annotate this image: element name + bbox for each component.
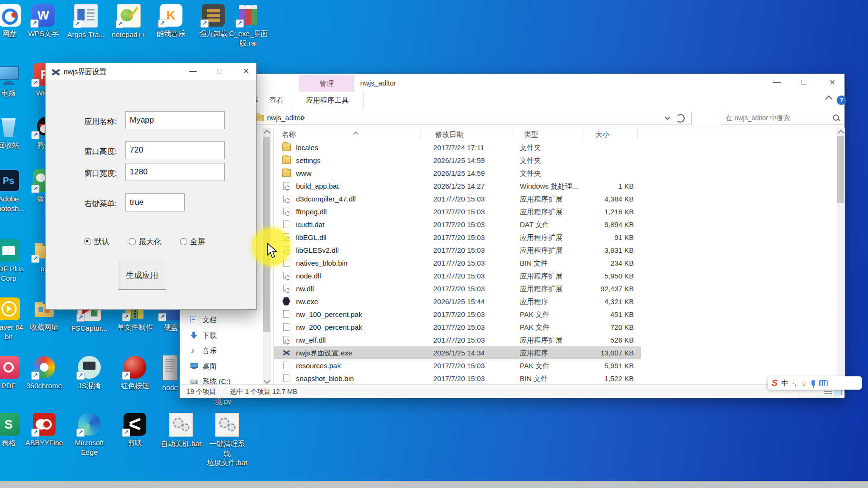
window-width-field[interactable]: 1280 [125,163,225,181]
desktop-icon-capcut[interactable]: ↗剪映 [114,413,156,448]
context-menu-label: 右键菜单: [69,199,117,209]
desktop-icon-kuwo-music[interactable]: K↗酷我音乐 [150,4,192,38]
ime-punctuation-icon[interactable]: ·, [792,379,797,387]
context-menu-field[interactable]: true [125,193,185,211]
desktop-icon-notepadpp[interactable]: ↗notepad++ [108,4,150,39]
file-date: 2026/1/25 14:59 [433,154,514,167]
sort-ascending-icon [353,131,358,136]
file-row-4[interactable]: d3dcompiler_47.dll2017/7/20 15:03应用程序扩展4… [274,192,641,205]
hidden-desktop-icon-label: 境.py [215,397,231,406]
desktop-icon-label: 单文件制作 [114,323,156,332]
shortcut-arrow-icon: ↗ [31,255,39,263]
dialog-titlebar[interactable]: nwjs界面设置 — □ × [46,63,256,80]
radio-fullscreen[interactable] [180,238,187,245]
ime-keyboard-icon[interactable] [819,380,828,386]
file-row-3[interactable]: build_app.bat2026/1/25 14:27Windows 批处理.… [274,180,641,192]
file-row-8[interactable]: libGLESv2.dll2017/7/20 15:03应用程序扩展3,831 … [274,244,641,257]
desktop-icon-argos[interactable]: ↗Argos-Tra... [65,4,107,39]
file-row-5[interactable]: ffmpeg.dll2017/7/20 15:03应用程序扩展1,216 KB [274,205,641,218]
refresh-icon[interactable] [676,114,685,123]
file-row-1[interactable]: settings2026/1/25 14:59文件夹 [274,154,641,167]
kuwo-music-icon: K↗ [160,4,182,27]
desktop-icon-label: FSCaptur... [68,324,110,333]
tab-view[interactable]: 查看 [269,92,284,109]
file-row-selected[interactable]: nwjs界面设置.exe2026/1/25 14:34应用程序13,007 KB [274,346,641,359]
shortcut-arrow-icon: ↗ [200,19,209,28]
ime-toolbar[interactable]: S 中 ·, ☺ [768,376,862,390]
folder-icon [282,144,291,151]
column-header-date[interactable]: 修改日期 [435,130,464,139]
file-name: d3dcompiler_47.dll [296,192,424,205]
help-icon[interactable]: ? [837,96,846,105]
file-size: 92,437 KB [559,282,634,295]
dialog-minimize-button[interactable]: — [183,63,202,80]
tab-application-tools[interactable]: 应用程序工具 [291,92,364,109]
nav-item-downloads[interactable]: 下载 [191,329,217,342]
file-date: 2017/7/20 15:03 [433,282,514,295]
column-header-name[interactable]: 名称 [282,130,296,139]
desktop-icon-bat-gears[interactable]: 一键清理系统垃圾文件.bat [206,413,248,468]
file-row-2[interactable]: www2026/1/25 14:59文件夹 [274,167,641,180]
file-size [559,154,634,167]
file-row-10[interactable]: node.dll2017/7/20 15:03应用程序扩展5,950 KB [274,269,641,282]
search-box[interactable]: 在 nwjs_aditor 中搜索 [721,111,844,125]
column-header-size[interactable]: 大小 [595,130,610,139]
sogou-logo-icon[interactable]: S [772,378,778,388]
taskbar-sliver[interactable] [0,481,868,488]
file-row-9[interactable]: natives_blob.bin2017/7/20 15:03BIN 文件234… [274,257,641,269]
file-row-13[interactable]: nw_100_percent.pak2017/7/20 15:03PAK 文件4… [274,308,641,321]
nav-item-desktop[interactable]: 桌面 [191,360,217,373]
desktop-icon-chrome-360[interactable]: ↗360chrome [23,356,65,391]
file-name: nw_100_percent.pak [296,308,424,321]
address-bar[interactable]: nwjs_aditor [251,111,692,125]
file-date: 2017/7/20 15:03 [433,321,514,334]
generate-app-button[interactable]: 生成应用 [118,262,166,290]
explorer-close-button[interactable]: × [821,74,843,92]
desktop-icon-js-obfuscate[interactable]: ↗JS混淆 [68,356,110,391]
ime-mode-chinese[interactable]: 中 [782,379,789,388]
address-dropdown-icon[interactable] [665,115,670,120]
column-header-type[interactable]: 类型 [524,130,538,139]
radio-maximized[interactable] [129,238,136,245]
file-date: 2017/7/20 15:03 [433,205,514,218]
ime-microphone-icon[interactable] [811,380,815,386]
nav-item-documents[interactable]: 文档 [191,314,217,326]
explorer-minimize-button[interactable]: — [766,74,788,92]
desktop-icon-bat-gears[interactable]: 自动关机.bat [160,413,202,449]
ime-emoji-icon[interactable]: ☺ [800,379,807,387]
ribbon-collapse-icon[interactable] [825,96,833,103]
app-name-field[interactable]: Myapp [125,111,225,129]
explorer-maximize-button[interactable]: □ [793,74,815,92]
file-row-0[interactable]: locales2017/7/24 17:11文件夹 [274,141,641,154]
file-row-6[interactable]: icudtl.dat2017/7/20 15:03DAT 文件9,894 KB [274,218,641,231]
file-name: ffmpeg.dll [296,205,424,218]
radio-default[interactable] [84,238,91,245]
file-date: 2017/7/20 15:03 [433,372,514,385]
dialog-close-button[interactable]: × [237,63,256,80]
desktop-icon-abbyy-finereader[interactable]: ↗ABBYYFine [23,413,65,448]
file-row-12[interactable]: nw.exe2026/1/25 15:44应用程序4,321 KB [274,295,641,308]
desktop-icon-label: 一键清理系统垃圾文件.bat [206,439,248,468]
file-row-7[interactable]: libEGL.dll2017/7/20 15:03应用程序扩展91 KB [274,231,641,244]
music-icon: ♪ [191,346,199,355]
uninstaller-icon: ↗ [202,4,225,27]
file-size: 3,831 KB [559,244,634,257]
file-row-14[interactable]: nw_200_percent.pak2017/7/20 15:03PAK 文件7… [274,321,641,334]
file-row-15[interactable]: nw_elf.dll2017/7/20 15:03应用程序扩展526 KB [274,334,641,346]
window-height-field[interactable]: 720 [125,141,225,159]
dialog-maximize-button[interactable]: □ [210,63,229,80]
dll-file-icon [283,208,289,215]
file-row-18[interactable]: snapshot_blob.bin2017/7/20 15:03BIN 文件1,… [274,372,641,385]
file-list-scrollbar[interactable] [837,128,845,384]
desktop-icon-winrar-archive[interactable]: ↗C_exe_界面版.rar [228,4,269,48]
desktop-icon-wps-writer[interactable]: W↗WPS文字 [22,4,64,38]
manage-ribbon-tab[interactable]: 管理 [299,75,354,92]
ribbon-tabs-row: 享 查看 应用程序工具 ? [180,92,844,109]
dialog-title: nwjs界面设置 [64,63,106,80]
desktop-icon-microsoft-edge[interactable]: ↗MicrosoftEdge [68,413,110,457]
nav-item-music[interactable]: ♪音乐 [191,344,217,357]
file-date: 2017/7/20 15:03 [433,192,514,205]
file-row-17[interactable]: resources.pak2017/7/20 15:03PAK 文件5,991 … [274,359,641,372]
file-row-11[interactable]: nw.dll2017/7/20 15:03应用程序扩展92,437 KB [274,282,641,295]
window-height-label: 窗口高度: [69,147,117,157]
